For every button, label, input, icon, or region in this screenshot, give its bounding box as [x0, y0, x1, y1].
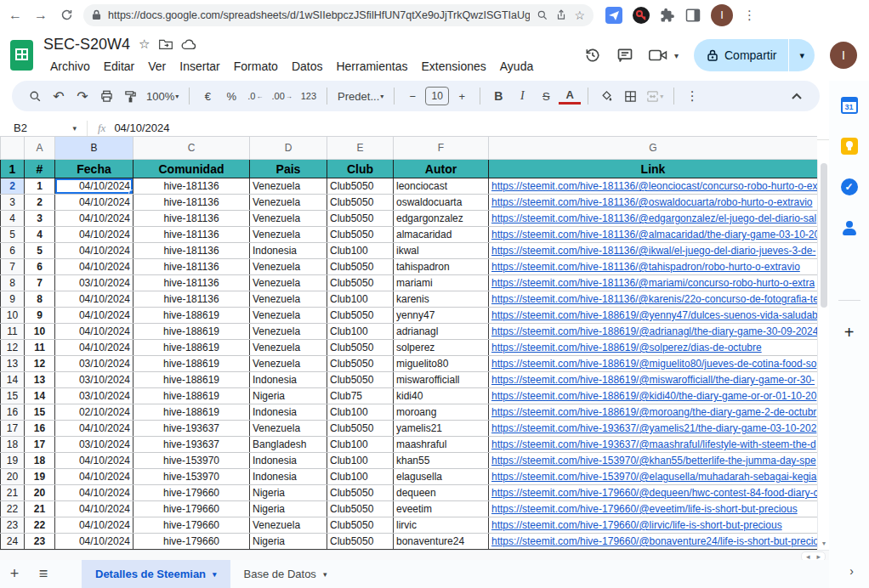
scroll-down-icon[interactable]: ▾ — [818, 540, 830, 547]
reload-icon[interactable] — [58, 7, 75, 24]
cell-fecha[interactable]: 02/10/2024 — [55, 404, 133, 421]
vertical-scrollbar[interactable]: ▾ — [817, 160, 829, 549]
cell-comunidad[interactable]: hive-188619 — [133, 404, 250, 421]
cell-comunidad[interactable]: hive-181136 — [133, 291, 250, 308]
paint-format-icon[interactable] — [119, 85, 141, 107]
cell-comunidad[interactable]: hive-193637 — [133, 437, 250, 453]
cell-n[interactable]: 17 — [25, 437, 55, 453]
cell-autor[interactable]: edgargonzalez — [394, 211, 489, 227]
print-icon[interactable] — [95, 85, 117, 107]
cell-link[interactable]: https://steemit.com/hive-193637/@maashra… — [489, 437, 818, 453]
cell-autor[interactable]: elagusella — [394, 469, 489, 485]
cell-link[interactable]: https://steemit.com/hive-181136/@leoncio… — [489, 178, 818, 195]
kebab-menu-icon[interactable]: ⋮ — [743, 8, 755, 23]
cell-club[interactable]: Club100 — [327, 469, 394, 485]
cell-n[interactable]: 2 — [25, 195, 55, 211]
cell-comunidad[interactable]: hive-153970 — [133, 469, 250, 485]
share-button[interactable]: Compartir — [694, 48, 788, 62]
forward-icon[interactable]: → — [32, 7, 49, 24]
cell-comunidad[interactable]: hive-181136 — [133, 211, 250, 227]
zoom-icon[interactable] — [537, 9, 548, 21]
cell-link[interactable]: https://steemit.com/hive-153970/@khan55/… — [489, 453, 818, 469]
table-header-pais[interactable]: Pais — [250, 160, 327, 178]
cell-pais[interactable]: Venezuela — [250, 195, 327, 211]
cell-pais[interactable]: Venezuela — [250, 259, 327, 275]
cell-fecha[interactable]: 04/10/2024 — [55, 324, 133, 340]
cell-club[interactable]: Club100 — [327, 291, 394, 308]
cell-link[interactable]: https://steemit.com/hive-179660/@lirvic/… — [491, 519, 782, 531]
cell-link[interactable]: https://steemit.com/hive-179660/@eveetim… — [489, 501, 818, 517]
row-header[interactable]: 8 — [1, 275, 25, 291]
cell-n[interactable]: 21 — [25, 501, 55, 517]
cell-pais[interactable]: Indonesia — [250, 243, 327, 259]
cell-autor[interactable]: karenis — [394, 291, 489, 308]
cell-pais[interactable]: Indonesia — [250, 404, 327, 421]
cell-comunidad[interactable]: hive-188619 — [133, 372, 250, 388]
video-dropdown-icon[interactable]: ▾ — [674, 51, 679, 60]
sheets-logo-icon[interactable] — [10, 40, 33, 71]
cell-link[interactable]: https://steemit.com/hive-181136/@ikwal/e… — [489, 243, 818, 259]
cell-comunidad[interactable]: hive-181136 — [133, 259, 250, 275]
row-header[interactable]: 11 — [1, 324, 25, 340]
cell-pais[interactable]: Venezuela — [250, 275, 327, 291]
cell-comunidad[interactable]: hive-181136 — [133, 243, 250, 259]
cell-fecha[interactable]: 04/10/2024 — [55, 227, 133, 243]
cell-autor[interactable]: yamelis21 — [394, 421, 489, 437]
row-header[interactable]: 12 — [1, 340, 25, 356]
row-header[interactable]: 16 — [1, 404, 25, 421]
cell-club[interactable]: Club5050 — [327, 356, 394, 372]
formula-input[interactable]: 04/10/2024 — [114, 122, 169, 134]
cell-n[interactable]: 18 — [25, 453, 55, 469]
tab-detalles-de-steemian[interactable]: Detalles de Steemian ▾ — [82, 560, 230, 588]
row-header[interactable]: 19 — [1, 453, 25, 469]
column-header-F[interactable]: F — [394, 137, 489, 160]
cell-fecha[interactable]: 04/10/2024 — [55, 195, 133, 211]
cell-comunidad[interactable]: hive-188619 — [133, 340, 250, 356]
cell-link[interactable]: https://steemit.com/hive-188619/@migueli… — [489, 356, 818, 372]
cell-comunidad[interactable]: hive-188619 — [133, 308, 250, 324]
cell-n[interactable]: 7 — [25, 275, 55, 291]
column-header-E[interactable]: E — [327, 137, 394, 160]
cell-fecha[interactable]: 04/10/2024 — [55, 501, 133, 517]
add-sheet-button[interactable]: + — [0, 560, 29, 588]
cell-club[interactable]: Club5050 — [327, 259, 394, 275]
cell-pais[interactable]: Venezuela — [250, 291, 327, 308]
menu-formato[interactable]: Formato — [227, 57, 285, 76]
cell-link[interactable]: https://steemit.com/hive-179660/@dequeen… — [491, 487, 817, 499]
comment-icon[interactable] — [616, 47, 633, 64]
extension-key-icon[interactable] — [633, 7, 650, 24]
cell-link[interactable]: https://steemit.com/hive-181136/@edgargo… — [491, 212, 816, 224]
cell-club[interactable]: Club5050 — [327, 227, 394, 243]
cell-link[interactable]: https://steemit.com/hive-181136/@tahispa… — [491, 261, 800, 273]
cell-fecha[interactable]: 03/10/2024 — [55, 275, 133, 291]
add-addon-icon[interactable]: + — [844, 323, 855, 342]
cell-link[interactable]: https://steemit.com/hive-179660/@bonaven… — [491, 535, 817, 547]
number-format-button[interactable]: 123 — [298, 85, 320, 107]
cell-link[interactable]: https://steemit.com/hive-153970/@elaguse… — [491, 471, 816, 483]
cell-n[interactable]: 9 — [25, 308, 55, 324]
cell-club[interactable]: Club100 — [327, 243, 394, 259]
cell-autor[interactable]: adrianagl — [394, 324, 489, 340]
cell-fecha[interactable]: 04/10/2024 — [55, 259, 133, 275]
row-header[interactable]: 18 — [1, 437, 25, 453]
side-panel-icon[interactable] — [685, 8, 701, 23]
cell-link[interactable]: https://steemit.com/hive-181136/@oswaldo… — [489, 195, 818, 211]
cell-link[interactable]: https://steemit.com/hive-188619/@miswaro… — [491, 374, 815, 386]
history-icon[interactable] — [584, 47, 601, 64]
cell-fecha[interactable]: 03/10/2024 — [55, 388, 133, 404]
row-header[interactable]: 2 — [1, 178, 25, 195]
cell-n[interactable]: 10 — [25, 324, 55, 340]
cell-link[interactable]: https://steemit.com/hive-181136/@ikwal/e… — [491, 245, 815, 257]
search-icon[interactable] — [24, 85, 46, 107]
column-header-C[interactable]: C — [133, 137, 250, 160]
cell-autor[interactable]: leonciocast — [394, 178, 489, 195]
cell-comunidad[interactable]: hive-153970 — [133, 453, 250, 469]
row-header[interactable]: 21 — [1, 485, 25, 501]
cell-pais[interactable]: Venezuela — [250, 340, 327, 356]
cell-pais[interactable]: Venezuela — [250, 308, 327, 324]
cell-n[interactable]: 19 — [25, 469, 55, 485]
cell-n[interactable]: 15 — [25, 404, 55, 421]
back-icon[interactable]: ← — [7, 7, 24, 24]
keep-icon[interactable] — [840, 137, 859, 155]
table-header-fecha[interactable]: Fecha — [55, 160, 133, 178]
